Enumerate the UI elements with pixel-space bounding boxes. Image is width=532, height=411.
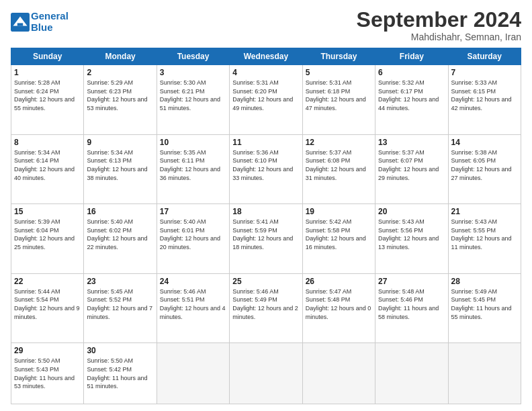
table-row: 29 Sunrise: 5:50 AM Sunset: 5:43 PM Dayl… — [11, 343, 84, 404]
day-number: 27 — [378, 277, 445, 286]
table-row: 19 Sunrise: 5:42 AM Sunset: 5:58 PM Dayl… — [302, 204, 375, 274]
day-info: Sunrise: 5:35 AM Sunset: 6:11 PM Dayligh… — [160, 148, 226, 182]
calendar-week-row: 29 Sunrise: 5:50 AM Sunset: 5:43 PM Dayl… — [11, 343, 521, 404]
title-block: September 2024 Mahdishahr, Semnan, Iran — [357, 8, 521, 42]
svg-rect-2 — [17, 23, 23, 26]
day-info: Sunrise: 5:40 AM Sunset: 6:01 PM Dayligh… — [160, 218, 226, 251]
table-row: 28 Sunrise: 5:49 AM Sunset: 5:45 PM Dayl… — [448, 273, 521, 343]
table-row: 21 Sunrise: 5:43 AM Sunset: 5:55 PM Dayl… — [448, 204, 521, 274]
day-info: Sunrise: 5:49 AM Sunset: 5:45 PM Dayligh… — [451, 287, 518, 321]
day-info: Sunrise: 5:48 AM Sunset: 5:46 PM Dayligh… — [378, 287, 445, 321]
day-info: Sunrise: 5:34 AM Sunset: 6:14 PM Dayligh… — [14, 148, 81, 182]
table-row: 27 Sunrise: 5:48 AM Sunset: 5:46 PM Dayl… — [375, 273, 448, 343]
day-number: 2 — [87, 68, 153, 77]
header-row: Sunday Monday Tuesday Wednesday Thursday… — [11, 48, 521, 65]
day-number: 24 — [160, 277, 226, 286]
day-info: Sunrise: 5:31 AM Sunset: 6:20 PM Dayligh… — [232, 79, 299, 112]
day-info: Sunrise: 5:47 AM Sunset: 5:48 PM Dayligh… — [306, 287, 372, 321]
day-info: Sunrise: 5:28 AM Sunset: 6:24 PM Dayligh… — [14, 79, 81, 112]
day-info: Sunrise: 5:31 AM Sunset: 6:18 PM Dayligh… — [306, 79, 372, 112]
day-info: Sunrise: 5:45 AM Sunset: 5:52 PM Dayligh… — [87, 287, 153, 321]
table-row: 20 Sunrise: 5:43 AM Sunset: 5:56 PM Dayl… — [375, 204, 448, 274]
calendar-week-row: 1 Sunrise: 5:28 AM Sunset: 6:24 PM Dayli… — [11, 65, 521, 135]
table-row: 18 Sunrise: 5:41 AM Sunset: 5:59 PM Dayl… — [230, 204, 302, 274]
table-row — [375, 343, 448, 404]
day-number: 15 — [14, 207, 81, 216]
day-number: 11 — [232, 138, 299, 147]
day-number: 29 — [14, 346, 81, 355]
day-number: 23 — [87, 277, 153, 286]
table-row: 14 Sunrise: 5:38 AM Sunset: 6:05 PM Dayl… — [448, 134, 521, 204]
table-row: 9 Sunrise: 5:34 AM Sunset: 6:13 PM Dayli… — [84, 134, 157, 204]
calendar-page: General Blue September 2024 Mahdishahr, … — [0, 0, 532, 411]
day-number: 14 — [451, 138, 518, 147]
col-monday: Monday — [84, 48, 157, 65]
day-info: Sunrise: 5:50 AM Sunset: 5:42 PM Dayligh… — [87, 357, 153, 390]
logo-name1: General — [31, 11, 69, 22]
table-row: 7 Sunrise: 5:33 AM Sunset: 6:15 PM Dayli… — [448, 65, 521, 135]
day-number: 10 — [160, 138, 226, 147]
day-number: 5 — [306, 68, 372, 77]
day-number: 19 — [306, 207, 372, 216]
day-info: Sunrise: 5:32 AM Sunset: 6:17 PM Dayligh… — [378, 79, 445, 112]
table-row: 4 Sunrise: 5:31 AM Sunset: 6:20 PM Dayli… — [230, 65, 302, 135]
day-number: 1 — [14, 68, 81, 77]
table-row: 30 Sunrise: 5:50 AM Sunset: 5:42 PM Dayl… — [84, 343, 157, 404]
table-row: 26 Sunrise: 5:47 AM Sunset: 5:48 PM Dayl… — [302, 273, 375, 343]
col-friday: Friday — [375, 48, 448, 65]
day-info: Sunrise: 5:43 AM Sunset: 5:56 PM Dayligh… — [378, 218, 445, 251]
day-number: 30 — [87, 346, 153, 355]
table-row — [448, 343, 521, 404]
table-row: 10 Sunrise: 5:35 AM Sunset: 6:11 PM Dayl… — [157, 134, 229, 204]
table-row — [302, 343, 375, 404]
calendar-week-row: 8 Sunrise: 5:34 AM Sunset: 6:14 PM Dayli… — [11, 134, 521, 204]
day-number: 22 — [14, 277, 81, 286]
page-header: General Blue September 2024 Mahdishahr, … — [11, 8, 521, 42]
day-number: 16 — [87, 207, 153, 216]
day-number: 4 — [232, 68, 299, 77]
table-row: 16 Sunrise: 5:40 AM Sunset: 6:02 PM Dayl… — [84, 204, 157, 274]
col-sunday: Sunday — [11, 48, 84, 65]
day-info: Sunrise: 5:40 AM Sunset: 6:02 PM Dayligh… — [87, 218, 153, 251]
calendar-week-row: 22 Sunrise: 5:44 AM Sunset: 5:54 PM Dayl… — [11, 273, 521, 343]
table-row: 24 Sunrise: 5:46 AM Sunset: 5:51 PM Dayl… — [157, 273, 229, 343]
day-number: 18 — [232, 207, 299, 216]
day-info: Sunrise: 5:44 AM Sunset: 5:54 PM Dayligh… — [14, 287, 81, 321]
day-number: 20 — [378, 207, 445, 216]
col-saturday: Saturday — [448, 48, 521, 65]
day-info: Sunrise: 5:37 AM Sunset: 6:08 PM Dayligh… — [306, 148, 372, 182]
col-tuesday: Tuesday — [157, 48, 229, 65]
day-info: Sunrise: 5:46 AM Sunset: 5:51 PM Dayligh… — [160, 287, 226, 321]
month-title: September 2024 — [357, 8, 521, 32]
day-number: 12 — [306, 138, 372, 147]
day-info: Sunrise: 5:41 AM Sunset: 5:59 PM Dayligh… — [232, 218, 299, 251]
day-info: Sunrise: 5:39 AM Sunset: 6:04 PM Dayligh… — [14, 218, 81, 251]
table-row: 22 Sunrise: 5:44 AM Sunset: 5:54 PM Dayl… — [11, 273, 84, 343]
table-row: 3 Sunrise: 5:30 AM Sunset: 6:21 PM Dayli… — [157, 65, 229, 135]
day-number: 25 — [232, 277, 299, 286]
calendar-table: Sunday Monday Tuesday Wednesday Thursday… — [11, 48, 521, 404]
table-row: 15 Sunrise: 5:39 AM Sunset: 6:04 PM Dayl… — [11, 204, 84, 274]
table-row — [230, 343, 302, 404]
table-row: 23 Sunrise: 5:45 AM Sunset: 5:52 PM Dayl… — [84, 273, 157, 343]
day-number: 28 — [451, 277, 518, 286]
table-row: 2 Sunrise: 5:29 AM Sunset: 6:23 PM Dayli… — [84, 65, 157, 135]
day-number: 7 — [451, 68, 518, 77]
table-row: 8 Sunrise: 5:34 AM Sunset: 6:14 PM Dayli… — [11, 134, 84, 204]
table-row: 6 Sunrise: 5:32 AM Sunset: 6:17 PM Dayli… — [375, 65, 448, 135]
logo: General Blue — [11, 11, 69, 33]
day-number: 21 — [451, 207, 518, 216]
day-info: Sunrise: 5:37 AM Sunset: 6:07 PM Dayligh… — [378, 148, 445, 182]
day-info: Sunrise: 5:38 AM Sunset: 6:05 PM Dayligh… — [451, 148, 518, 182]
table-row: 13 Sunrise: 5:37 AM Sunset: 6:07 PM Dayl… — [375, 134, 448, 204]
table-row: 11 Sunrise: 5:36 AM Sunset: 6:10 PM Dayl… — [230, 134, 302, 204]
col-thursday: Thursday — [302, 48, 375, 65]
table-row: 5 Sunrise: 5:31 AM Sunset: 6:18 PM Dayli… — [302, 65, 375, 135]
day-number: 8 — [14, 138, 81, 147]
day-info: Sunrise: 5:42 AM Sunset: 5:58 PM Dayligh… — [306, 218, 372, 251]
day-info: Sunrise: 5:34 AM Sunset: 6:13 PM Dayligh… — [87, 148, 153, 182]
day-number: 13 — [378, 138, 445, 147]
logo-name2: Blue — [31, 22, 69, 34]
table-row: 1 Sunrise: 5:28 AM Sunset: 6:24 PM Dayli… — [11, 65, 84, 135]
day-info: Sunrise: 5:46 AM Sunset: 5:49 PM Dayligh… — [232, 287, 299, 321]
